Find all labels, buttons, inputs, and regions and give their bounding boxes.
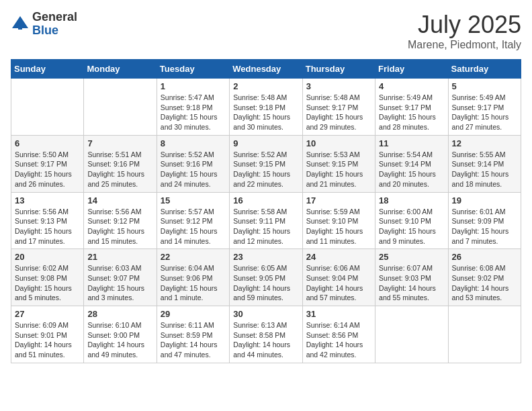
day-number: 17 [306,195,371,205]
calendar-cell: 30Sunrise: 6:13 AMSunset: 8:58 PMDayligh… [230,306,302,363]
calendar-cell: 2Sunrise: 5:48 AMSunset: 9:18 PMDaylight… [230,79,302,136]
calendar-cell: 14Sunrise: 5:56 AMSunset: 9:12 PMDayligh… [84,192,157,249]
day-number: 3 [306,81,371,91]
calendar-week-row: 20Sunrise: 6:02 AMSunset: 9:08 PMDayligh… [11,249,521,306]
logo-blue: Blue [32,24,58,37]
weekday-header: Saturday [448,60,521,79]
day-number: 31 [306,309,371,319]
day-number: 2 [233,81,298,91]
day-number: 29 [161,309,226,319]
day-number: 9 [233,138,298,148]
svg-rect-1 [18,24,22,30]
cell-info: Sunrise: 5:56 AMSunset: 9:12 PMDaylight:… [87,207,152,246]
day-number: 8 [161,138,226,148]
month-title: July 2025 [408,11,521,39]
location-title: Marene, Piedmont, Italy [408,39,521,51]
title-block: July 2025 Marene, Piedmont, Italy [408,11,521,51]
day-number: 18 [379,195,444,205]
day-number: 1 [161,81,226,91]
cell-info: Sunrise: 5:48 AMSunset: 9:18 PMDaylight:… [233,93,298,132]
cell-info: Sunrise: 6:00 AMSunset: 9:10 PMDaylight:… [379,207,444,246]
calendar-cell: 28Sunrise: 6:10 AMSunset: 9:00 PMDayligh… [84,306,157,363]
calendar-cell [84,79,157,136]
calendar-cell: 9Sunrise: 5:52 AMSunset: 9:15 PMDaylight… [230,135,302,192]
calendar-week-row: 27Sunrise: 6:09 AMSunset: 9:01 PMDayligh… [11,306,521,363]
cell-info: Sunrise: 5:52 AMSunset: 9:15 PMDaylight:… [233,150,298,189]
weekday-header: Tuesday [157,60,229,79]
day-number: 23 [233,252,298,262]
cell-info: Sunrise: 6:02 AMSunset: 9:08 PMDaylight:… [15,263,80,303]
calendar-cell: 29Sunrise: 6:11 AMSunset: 8:59 PMDayligh… [157,306,229,363]
calendar-cell [11,79,84,136]
calendar-cell: 18Sunrise: 6:00 AMSunset: 9:10 PMDayligh… [375,192,448,249]
day-number: 27 [15,309,80,319]
calendar-cell: 24Sunrise: 6:06 AMSunset: 9:04 PMDayligh… [302,249,375,306]
calendar-cell: 7Sunrise: 5:51 AMSunset: 9:16 PMDaylight… [84,135,157,192]
day-number: 13 [15,195,80,205]
cell-info: Sunrise: 6:07 AMSunset: 9:03 PMDaylight:… [379,263,444,303]
calendar-cell: 27Sunrise: 6:09 AMSunset: 9:01 PMDayligh… [11,306,84,363]
weekday-header: Sunday [11,60,84,79]
day-number: 14 [87,195,152,205]
cell-info: Sunrise: 5:50 AMSunset: 9:17 PMDaylight:… [15,150,80,189]
calendar-cell [448,306,521,363]
cell-info: Sunrise: 6:14 AMSunset: 8:56 PMDaylight:… [306,320,371,360]
cell-info: Sunrise: 6:08 AMSunset: 9:02 PMDaylight:… [452,263,517,303]
day-number: 21 [87,252,152,262]
cell-info: Sunrise: 5:58 AMSunset: 9:11 PMDaylight:… [233,207,298,246]
day-number: 6 [15,138,80,148]
calendar-cell: 10Sunrise: 5:53 AMSunset: 9:15 PMDayligh… [302,135,375,192]
cell-info: Sunrise: 5:47 AMSunset: 9:18 PMDaylight:… [161,93,226,132]
cell-info: Sunrise: 5:49 AMSunset: 9:17 PMDaylight:… [379,93,444,132]
calendar-cell: 17Sunrise: 5:59 AMSunset: 9:10 PMDayligh… [302,192,375,249]
calendar-week-row: 1Sunrise: 5:47 AMSunset: 9:18 PMDaylight… [11,79,521,136]
day-number: 5 [452,81,517,91]
cell-info: Sunrise: 5:54 AMSunset: 9:14 PMDaylight:… [379,150,444,189]
page-header: General Blue July 2025 Marene, Piedmont,… [11,11,521,51]
calendar-cell: 21Sunrise: 6:03 AMSunset: 9:07 PMDayligh… [84,249,157,306]
calendar-cell: 20Sunrise: 6:02 AMSunset: 9:08 PMDayligh… [11,249,84,306]
calendar-table: SundayMondayTuesdayWednesdayThursdayFrid… [11,59,521,363]
weekday-header: Monday [84,60,157,79]
day-number: 25 [379,252,444,262]
day-number: 30 [233,309,298,319]
cell-info: Sunrise: 6:03 AMSunset: 9:07 PMDaylight:… [87,263,152,303]
calendar-cell: 31Sunrise: 6:14 AMSunset: 8:56 PMDayligh… [302,306,375,363]
calendar-cell: 4Sunrise: 5:49 AMSunset: 9:17 PMDaylight… [375,79,448,136]
calendar-week-row: 6Sunrise: 5:50 AMSunset: 9:17 PMDaylight… [11,135,521,192]
logo-icon [11,15,30,34]
cell-info: Sunrise: 5:59 AMSunset: 9:10 PMDaylight:… [306,207,371,246]
calendar-cell: 5Sunrise: 5:49 AMSunset: 9:17 PMDaylight… [448,79,521,136]
day-number: 4 [379,81,444,91]
cell-info: Sunrise: 5:55 AMSunset: 9:14 PMDaylight:… [452,150,517,189]
logo: General Blue [11,11,77,38]
day-number: 26 [452,252,517,262]
cell-info: Sunrise: 5:51 AMSunset: 9:16 PMDaylight:… [87,150,152,189]
cell-info: Sunrise: 6:09 AMSunset: 9:01 PMDaylight:… [15,320,80,360]
cell-info: Sunrise: 5:48 AMSunset: 9:17 PMDaylight:… [306,93,371,132]
calendar-cell: 11Sunrise: 5:54 AMSunset: 9:14 PMDayligh… [375,135,448,192]
calendar-cell: 23Sunrise: 6:05 AMSunset: 9:05 PMDayligh… [230,249,302,306]
calendar-cell: 6Sunrise: 5:50 AMSunset: 9:17 PMDaylight… [11,135,84,192]
cell-info: Sunrise: 6:11 AMSunset: 8:59 PMDaylight:… [161,320,226,360]
calendar-cell: 25Sunrise: 6:07 AMSunset: 9:03 PMDayligh… [375,249,448,306]
cell-info: Sunrise: 6:06 AMSunset: 9:04 PMDaylight:… [306,263,371,303]
cell-info: Sunrise: 5:49 AMSunset: 9:17 PMDaylight:… [452,93,517,132]
calendar-cell: 1Sunrise: 5:47 AMSunset: 9:18 PMDaylight… [157,79,229,136]
day-number: 11 [379,138,444,148]
cell-info: Sunrise: 6:10 AMSunset: 9:00 PMDaylight:… [87,320,152,360]
cell-info: Sunrise: 6:05 AMSunset: 9:05 PMDaylight:… [233,263,298,303]
cell-info: Sunrise: 5:53 AMSunset: 9:15 PMDaylight:… [306,150,371,189]
day-number: 22 [161,252,226,262]
calendar-week-row: 13Sunrise: 5:56 AMSunset: 9:13 PMDayligh… [11,192,521,249]
calendar-cell: 22Sunrise: 6:04 AMSunset: 9:06 PMDayligh… [157,249,229,306]
calendar-cell: 3Sunrise: 5:48 AMSunset: 9:17 PMDaylight… [302,79,375,136]
day-number: 16 [233,195,298,205]
weekday-header: Thursday [302,60,375,79]
cell-info: Sunrise: 5:52 AMSunset: 9:16 PMDaylight:… [161,150,226,189]
day-number: 24 [306,252,371,262]
calendar-header-row: SundayMondayTuesdayWednesdayThursdayFrid… [11,60,521,79]
day-number: 10 [306,138,371,148]
calendar-cell [375,306,448,363]
calendar-cell: 16Sunrise: 5:58 AMSunset: 9:11 PMDayligh… [230,192,302,249]
